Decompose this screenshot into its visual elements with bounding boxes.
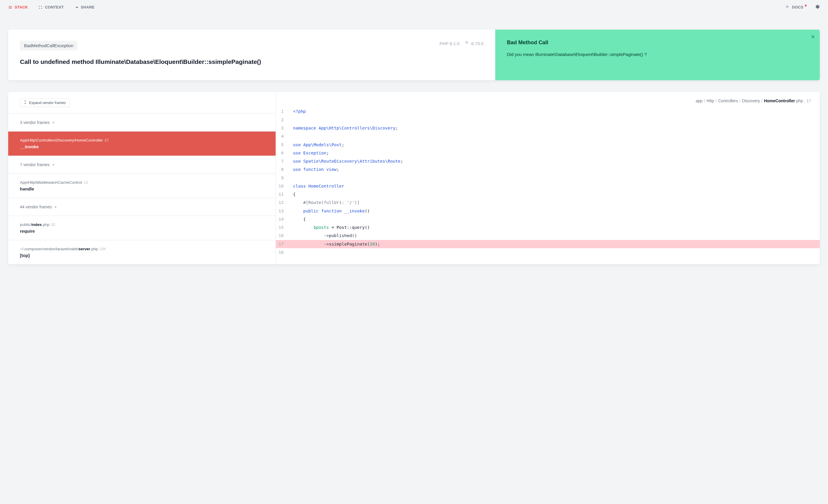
error-meta: PHP 8.1.0 8.79.0 xyxy=(440,41,484,46)
nav-share[interactable]: SHARE xyxy=(75,5,95,9)
top-nav: STACK CONTEXT SHARE DOCS xyxy=(0,0,828,14)
nav-docs[interactable]: DOCS xyxy=(785,5,808,9)
code-line: 4 xyxy=(276,132,820,140)
code-line: 15 $posts = Post::query() xyxy=(276,223,820,231)
stack-frame[interactable]: App\Http\Controllers\Discovery\HomeContr… xyxy=(8,131,276,155)
frame-path: App\Http\Middleware\CacheControl :13 xyxy=(20,180,264,185)
laravel-icon xyxy=(785,5,790,9)
expand-vendor-frames-button[interactable]: Expand vendor frames xyxy=(20,98,70,107)
code-line: 18 xyxy=(276,248,820,257)
stack-frame[interactable]: 3 vendor frames ▾ xyxy=(8,113,276,131)
php-version: PHP 8.1.0 xyxy=(440,41,459,46)
close-icon[interactable]: ✕ xyxy=(811,34,815,40)
solution-text: Did you mean Illuminate\Database\Eloquen… xyxy=(507,51,808,58)
code-line: 11{ xyxy=(276,190,820,198)
frame-label: 7 vendor frames xyxy=(20,162,49,167)
code-line: 8use function view; xyxy=(276,165,820,174)
chevron-down-icon: ▾ xyxy=(55,205,56,209)
error-message: Call to undefined method Illuminate\Data… xyxy=(20,57,437,66)
code-line: 12 #[Route(fullUri: '/')] xyxy=(276,198,820,207)
gear-icon xyxy=(815,4,820,10)
solution-title: Bad Method Call xyxy=(507,40,808,46)
laravel-version: 8.79.0 xyxy=(471,41,484,46)
nav-docs-label: DOCS xyxy=(792,5,803,9)
code-file-path: app / Http / Controllers / Discovery / H… xyxy=(276,92,820,107)
code-line: 3namespace App\Http\Controllers\Discover… xyxy=(276,124,820,132)
frame-method: __invoke xyxy=(20,144,264,149)
code-line: 1<?php xyxy=(276,107,820,116)
code-line: 16 ->published() xyxy=(276,231,820,240)
nav-stack-label: STACK xyxy=(15,5,28,9)
stack-frame[interactable]: ~/.composer/vendor/laravel/valet/server.… xyxy=(8,240,276,264)
nav-share-label: SHARE xyxy=(81,5,95,9)
laravel-icon xyxy=(465,41,469,46)
solution-panel: ✕ Bad Method Call Did you mean Illuminat… xyxy=(495,30,820,80)
share-icon xyxy=(75,5,79,9)
stack-frames-list: Expand vendor frames 3 vendor frames ▾Ap… xyxy=(8,92,276,264)
code-line: 9 xyxy=(276,174,820,182)
chevron-down-icon: ▾ xyxy=(52,163,54,167)
expand-vendor-label: Expand vendor frames xyxy=(29,101,66,105)
frame-method: require xyxy=(20,229,264,234)
frame-path: App\Http\Controllers\Discovery\HomeContr… xyxy=(20,138,264,142)
frame-path: ~/.composer/vendor/laravel/valet/server.… xyxy=(20,247,264,251)
frame-label: 44 vendor frames xyxy=(20,204,52,209)
stack-trace-card: Expand vendor frames 3 vendor frames ▾Ap… xyxy=(8,92,820,264)
code-line: 13 public function __invoke() xyxy=(276,207,820,215)
nav-context-label: CONTEXT xyxy=(45,5,64,9)
code-line: 6use Exception; xyxy=(276,149,820,157)
code-line: 14 { xyxy=(276,215,820,223)
frame-label: 3 vendor frames xyxy=(20,120,49,125)
code-line: 2 xyxy=(276,116,820,124)
error-summary-card: PHP 8.1.0 8.79.0 BadMethodCallException … xyxy=(8,30,820,80)
code-line: 17 ->ssimplePaginate(20); xyxy=(276,240,820,248)
stack-frame[interactable]: 44 vendor frames ▾ xyxy=(8,198,276,216)
nav-stack[interactable]: STACK xyxy=(8,5,28,9)
stack-frame[interactable]: 7 vendor frames ▾ xyxy=(8,155,276,174)
frame-path: public/index.php :52 xyxy=(20,222,264,227)
frame-method: handle xyxy=(20,186,264,191)
settings-button[interactable] xyxy=(815,4,820,10)
frame-method: [top] xyxy=(20,253,264,258)
stack-frame[interactable]: App\Http\Middleware\CacheControl :13hand… xyxy=(8,174,276,198)
code-viewer: app / Http / Controllers / Discovery / H… xyxy=(276,92,820,264)
stack-icon xyxy=(8,5,12,9)
chevron-down-icon: ▾ xyxy=(52,121,54,125)
notification-dot xyxy=(805,5,806,6)
code-line: 5use App\Models\Post; xyxy=(276,141,820,149)
context-icon xyxy=(38,5,43,9)
expand-icon xyxy=(24,100,27,105)
code-line: 7use Spatie\RouteDiscovery\Attributes\Ro… xyxy=(276,157,820,165)
code-line: 10class HomeController xyxy=(276,182,820,190)
nav-context[interactable]: CONTEXT xyxy=(38,5,64,9)
stack-frame[interactable]: public/index.php :52require xyxy=(8,216,276,240)
exception-class-badge: BadMethodCallException xyxy=(20,41,77,50)
